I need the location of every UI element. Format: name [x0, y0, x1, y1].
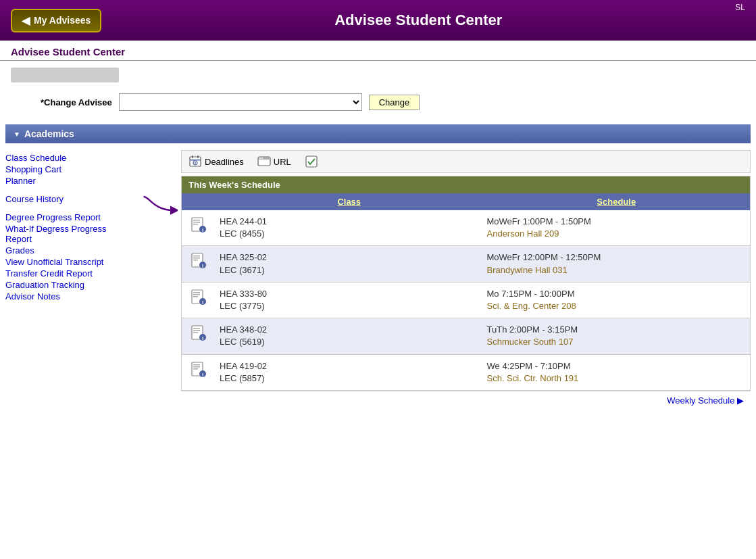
right-panel: Deadlines URL	[181, 150, 751, 410]
schedule-time: TuTh 2:00PM - 3:15PM	[487, 324, 747, 336]
svg-rect-25	[193, 292, 200, 293]
svg-rect-3	[197, 155, 199, 158]
class-code: HEA 325-02	[220, 251, 479, 264]
schedule-time-cell: TuTh 2:00PM - 3:15PM Schmucker South 107	[483, 318, 751, 354]
deadlines-toolbar-item[interactable]: Deadlines	[188, 155, 244, 168]
svg-point-10	[261, 157, 263, 159]
svg-rect-19	[193, 256, 200, 257]
row-icon-cell: i	[182, 318, 216, 354]
svg-text:i: i	[202, 335, 203, 341]
change-advisee-label: *Change Advisee	[41, 97, 112, 107]
arrow-icon	[141, 191, 178, 218]
table-row: i HEA 419-02 LEC (5857) We 4:25PM - 7:10…	[182, 355, 750, 391]
schedule-time-cell: MoWeFr 12:00PM - 12:50PM Brandywine Hall…	[483, 246, 751, 281]
schedule-column-headers: Class Schedule	[182, 193, 750, 210]
table-row: i HEA 333-80 LEC (3775) Mo 7:15PM - 10:0…	[182, 283, 750, 318]
class-type: LEC (5619)	[220, 336, 479, 348]
class-icon[interactable]: i	[189, 360, 208, 379]
svg-rect-11	[306, 156, 317, 167]
nav-transfer-credit[interactable]: Transfer Credit Report	[5, 268, 134, 278]
svg-rect-33	[193, 332, 198, 333]
col-header-schedule[interactable]: Schedule	[483, 193, 751, 210]
url-icon	[257, 155, 271, 168]
class-code: HEA 333-80	[220, 288, 479, 300]
class-type: LEC (3775)	[220, 300, 479, 312]
svg-rect-38	[193, 366, 200, 368]
schedule-location: Sci. & Eng. Center 208	[487, 300, 747, 312]
row-icon-cell: i	[182, 210, 216, 245]
svg-text:i: i	[202, 227, 203, 233]
change-button[interactable]: Change	[369, 95, 420, 110]
class-icon[interactable]: i	[189, 251, 208, 270]
student-name-area	[0, 61, 756, 89]
svg-point-6	[195, 162, 196, 164]
nav-course-history[interactable]: Course History	[5, 194, 134, 204]
arrow-container	[141, 150, 181, 410]
nav-shopping-cart[interactable]: Shopping Cart	[5, 164, 134, 174]
svg-rect-31	[193, 328, 200, 329]
schedule-time: Mo 7:15PM - 10:00PM	[487, 288, 747, 300]
class-code-cell: HEA 333-80 LEC (3775)	[216, 283, 483, 318]
schedule-time: MoWeFr 1:00PM - 1:50PM	[487, 216, 747, 228]
content-area: Class Schedule Shopping Cart Planner Cou…	[0, 143, 756, 416]
class-type: LEC (3671)	[220, 264, 479, 276]
nav-degree-progress[interactable]: Degree Progress Report	[5, 212, 134, 222]
schedule-time-cell: We 4:25PM - 7:10PM Sch. Sci. Ctr. North …	[483, 355, 751, 390]
svg-text:i: i	[202, 263, 203, 269]
svg-rect-20	[193, 258, 200, 259]
schedule-location: Brandywine Hall 031	[487, 264, 747, 276]
weekly-schedule-label: Weekly Schedule	[667, 395, 734, 406]
svg-rect-21	[193, 260, 198, 261]
class-icon[interactable]: i	[189, 324, 208, 343]
svg-point-9	[259, 157, 261, 159]
svg-rect-39	[193, 368, 198, 370]
chevron-right-icon: ▶	[737, 395, 744, 406]
col-header-class[interactable]: Class	[216, 193, 483, 210]
svg-rect-15	[193, 224, 198, 225]
toolbar: Deadlines URL	[181, 150, 751, 173]
breadcrumb-title: Advisee Student Center	[11, 46, 125, 57]
change-advisee-bar: *Change Advisee Change	[0, 89, 756, 118]
nav-class-schedule[interactable]: Class Schedule	[5, 153, 134, 163]
triangle-icon: ▼	[14, 130, 20, 138]
class-icon[interactable]: i	[189, 216, 208, 235]
breadcrumb: Advisee Student Center	[0, 41, 756, 61]
class-code-cell: HEA 325-02 LEC (3671)	[216, 246, 483, 281]
nav-unofficial-transcript[interactable]: View Unofficial Transcript	[5, 257, 134, 267]
svg-rect-27	[193, 296, 198, 297]
svg-rect-32	[193, 330, 200, 331]
left-nav: Class Schedule Shopping Cart Planner Cou…	[5, 150, 141, 410]
row-icon-cell: i	[182, 355, 216, 390]
check-toolbar-item[interactable]	[305, 155, 318, 168]
svg-rect-14	[193, 222, 200, 223]
class-icon[interactable]: i	[189, 288, 208, 307]
table-row: i HEA 244-01 LEC (8455) MoWeFr 1:00PM - …	[182, 210, 750, 246]
url-label: URL	[274, 157, 291, 167]
svg-text:i: i	[202, 372, 203, 378]
nav-grades[interactable]: Grades	[5, 245, 134, 256]
weekly-schedule-link[interactable]: Weekly Schedule ▶	[667, 395, 744, 406]
academics-section-header: ▼ Academics	[5, 124, 751, 143]
table-row: i HEA 348-02 LEC (5619) TuTh 2:00PM - 3:…	[182, 318, 750, 354]
schedule-header-label: This Week's Schedule	[188, 180, 280, 190]
nav-advisor-notes[interactable]: Advisor Notes	[5, 291, 134, 301]
student-name-placeholder	[11, 68, 119, 82]
check-icon	[305, 155, 318, 168]
my-advisees-button[interactable]: ◀ My Advisees	[11, 9, 101, 32]
schedule-time-cell: Mo 7:15PM - 10:00PM Sci. & Eng. Center 2…	[483, 283, 751, 318]
class-code-cell: HEA 348-02 LEC (5619)	[216, 318, 483, 354]
schedule-time-cell: MoWeFr 1:00PM - 1:50PM Anderson Hall 209	[483, 210, 751, 245]
svg-rect-13	[193, 220, 200, 221]
nav-what-if-degree[interactable]: What-If Degress Progress Report	[5, 224, 134, 244]
url-toolbar-item[interactable]: URL	[257, 155, 291, 168]
svg-rect-4	[190, 160, 201, 161]
nav-planner[interactable]: Planner	[5, 176, 134, 186]
svg-rect-37	[193, 364, 200, 366]
nav-graduation-tracking[interactable]: Graduation Tracking	[5, 280, 134, 290]
schedule-time: MoWeFr 12:00PM - 12:50PM	[487, 251, 747, 264]
change-advisee-select[interactable]	[119, 93, 362, 111]
top-bar: ◀ My Advisees Advisee Student Center SL	[0, 0, 756, 41]
svg-rect-26	[193, 294, 200, 295]
class-code: HEA 244-01	[220, 216, 479, 228]
schedule-location: Anderson Hall 209	[487, 228, 747, 240]
